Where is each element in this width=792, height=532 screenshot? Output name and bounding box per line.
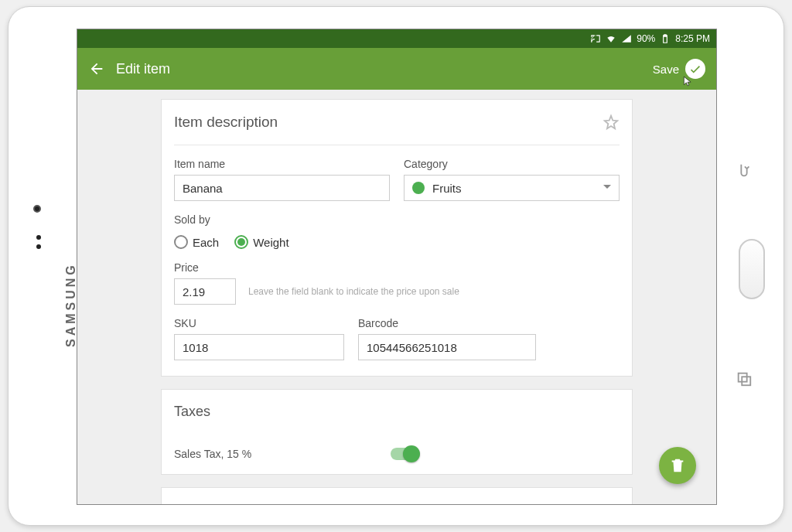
wifi-icon — [606, 33, 616, 44]
signal-icon — [621, 33, 632, 44]
save-label: Save — [653, 63, 679, 76]
mouse-cursor-icon — [682, 74, 693, 88]
multitask-icon[interactable] — [736, 370, 753, 387]
taxes-card: Taxes Sales Tax, 15 % — [161, 389, 633, 475]
item-name-label: Item name — [174, 158, 390, 170]
app-bar: Edit item Save — [77, 48, 716, 90]
content-area: Item description Item name Category — [77, 90, 716, 504]
tablet-frame: SAMSUNG 90% 8:25 PM Edit item Save — [8, 6, 784, 526]
category-select[interactable]: Fruits — [404, 175, 620, 201]
favorite-icon[interactable] — [603, 114, 620, 131]
sold-by-weight-label: Weight — [253, 236, 288, 249]
tax-switch[interactable] — [391, 448, 417, 460]
category-color-dot — [412, 182, 425, 194]
category-value: Fruits — [432, 182, 611, 195]
clock: 8:25 PM — [675, 33, 710, 44]
barcode-input[interactable] — [358, 334, 536, 360]
category-label: Category — [404, 158, 620, 170]
sold-by-weight-radio[interactable]: Weight — [234, 235, 288, 249]
battery-percent: 90% — [637, 33, 655, 44]
representation-title: Representation on POS — [174, 488, 620, 504]
status-bar: 90% 8:25 PM — [77, 29, 716, 48]
back-button[interactable] — [88, 60, 105, 77]
taxes-title: Taxes — [174, 390, 620, 434]
sold-by-each-radio[interactable]: Each — [174, 235, 219, 249]
sku-label: SKU — [174, 317, 344, 329]
tax-label: Sales Tax, 15 % — [174, 448, 251, 460]
battery-icon — [660, 33, 671, 44]
back-gesture-icon[interactable] — [736, 162, 753, 179]
item-description-card: Item description Item name Category — [161, 99, 633, 377]
page-title: Edit item — [116, 61, 653, 77]
delete-fab[interactable] — [659, 447, 696, 484]
sold-by-label: Sold by — [174, 213, 620, 226]
cast-icon — [590, 33, 601, 44]
sensor-dots — [36, 235, 41, 249]
camera-dot — [33, 205, 41, 213]
price-input[interactable] — [174, 278, 236, 305]
price-label: Price — [174, 261, 620, 274]
save-button[interactable]: Save — [653, 59, 705, 79]
chevron-down-icon — [603, 185, 611, 189]
item-description-title: Item description — [174, 114, 278, 131]
barcode-label: Barcode — [358, 317, 536, 329]
screen: 90% 8:25 PM Edit item Save Item descript… — [77, 29, 717, 505]
sold-by-each-label: Each — [193, 236, 219, 249]
home-button[interactable] — [739, 239, 765, 299]
representation-card: Representation on POS — [161, 487, 633, 504]
item-name-input[interactable] — [174, 175, 390, 201]
sku-input[interactable] — [174, 334, 344, 360]
price-hint: Leave the field blank to indicate the pr… — [248, 286, 459, 297]
